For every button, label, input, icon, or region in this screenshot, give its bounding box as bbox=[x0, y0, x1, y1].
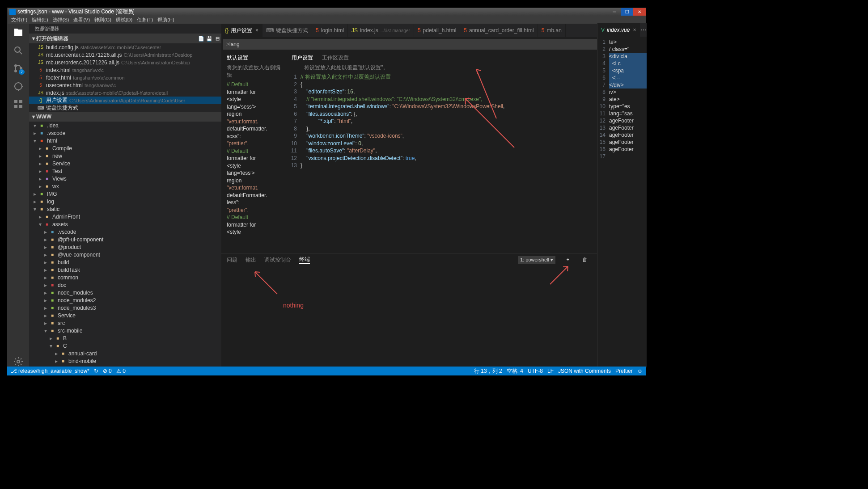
open-editor-item[interactable]: ⌨键盘快捷方式 bbox=[29, 104, 221, 112]
tree-item[interactable]: ▸■IMG bbox=[29, 190, 221, 198]
eol-indicator[interactable]: LF bbox=[547, 368, 554, 374]
close-icon[interactable]: × bbox=[255, 27, 258, 34]
panel-tab[interactable]: 调试控制台 bbox=[264, 256, 291, 264]
warnings-indicator[interactable]: ⚠ 0 bbox=[116, 368, 126, 374]
tree-item[interactable]: ▸■common bbox=[29, 274, 221, 281]
menu-item[interactable]: 文件(F) bbox=[9, 17, 29, 23]
extensions-icon[interactable] bbox=[13, 99, 24, 110]
tree-item[interactable]: ▸■AdminFront bbox=[29, 213, 221, 220]
user-settings-tab[interactable]: 用户设置 bbox=[292, 54, 313, 62]
prettier-indicator[interactable]: Prettier bbox=[615, 368, 633, 374]
open-editor-item[interactable]: 5usercenter.htmltangshan\wx\c bbox=[29, 81, 221, 89]
tree-item[interactable]: ▸■src bbox=[29, 319, 221, 327]
menu-item[interactable]: 调试(D) bbox=[114, 17, 134, 23]
open-editor-item[interactable]: JSmb.usercenter.c.20171226.all.jsC:\User… bbox=[29, 51, 221, 59]
editor-tab[interactable]: {}用户设置× bbox=[221, 24, 263, 37]
tab-index-vue[interactable]: V index.vue × bbox=[597, 23, 640, 37]
workspace-settings-tab[interactable]: 工作区设置 bbox=[322, 54, 349, 62]
feedback-icon[interactable]: ☺ bbox=[637, 368, 643, 374]
maximize-button[interactable]: ❐ bbox=[621, 8, 633, 16]
more-icon[interactable]: ⋯ bbox=[640, 27, 647, 33]
tree-item[interactable]: ▸■.vscode bbox=[29, 129, 221, 137]
tree-item[interactable]: ▾■static bbox=[29, 205, 221, 213]
tree-item[interactable]: ▸■doc bbox=[29, 281, 221, 289]
close-icon[interactable]: × bbox=[633, 27, 636, 33]
tree-item[interactable]: ▸■bind-mobile bbox=[29, 357, 221, 365]
close-all-icon[interactable]: ⊟ bbox=[213, 36, 221, 42]
editor-tab[interactable]: 5annual_card_order_fill.html bbox=[460, 24, 538, 37]
tree-item[interactable]: ▾■assets bbox=[29, 220, 221, 228]
tree-item[interactable]: ▾■.idea bbox=[29, 122, 221, 129]
folder-header[interactable]: ▾WWW bbox=[29, 112, 221, 122]
scm-icon[interactable] bbox=[13, 63, 24, 74]
terminal-selector[interactable]: 1: powershell ▾ bbox=[518, 256, 555, 264]
menu-item[interactable]: 转到(G) bbox=[93, 17, 113, 23]
settings-search-input[interactable] bbox=[229, 41, 605, 47]
tree-item[interactable]: ▸■Service bbox=[29, 160, 221, 167]
tree-item[interactable]: ▸■@vue-component bbox=[29, 251, 221, 258]
tree-item[interactable]: ▸■wx bbox=[29, 182, 221, 190]
tree-item[interactable]: ▸■.vscode bbox=[29, 228, 221, 236]
tree-item[interactable]: ▸■node_modules bbox=[29, 289, 221, 296]
tree-item[interactable]: ▸■build bbox=[29, 258, 221, 266]
right-editor-code[interactable]: 1te>2/ class="3<div cla4 <i c5 <spa6 <!-… bbox=[597, 37, 647, 160]
tree-item[interactable]: ▾■src-mobile bbox=[29, 327, 221, 334]
tree-item[interactable]: ▸■@product bbox=[29, 243, 221, 251]
menu-item[interactable]: 任务(T) bbox=[135, 17, 155, 23]
cursor-position[interactable]: 行 13，列 2 bbox=[474, 367, 502, 375]
tree-item[interactable]: ▸■new bbox=[29, 152, 221, 160]
editor-tab[interactable]: 5login.html bbox=[312, 24, 348, 37]
sync-icon[interactable]: ↻ bbox=[94, 368, 98, 374]
tree-item[interactable]: ▸■node_modules3 bbox=[29, 304, 221, 312]
branch-indicator[interactable]: ⎇ release/high_available_show* bbox=[11, 368, 89, 374]
open-editors-header[interactable]: ▾打开的编辑器 📄 💾 ⊟ bbox=[29, 34, 221, 43]
default-settings-code[interactable]: // Defaultformatter for<stylelang='scss'… bbox=[221, 81, 286, 253]
open-editor-item[interactable]: JSbuild.config.jsstatic\assets\src-mobil… bbox=[29, 43, 221, 51]
editor-tab[interactable]: 5mb.an bbox=[538, 24, 566, 37]
search-icon[interactable] bbox=[13, 45, 24, 56]
open-editor-item[interactable]: 5index.htmltangshan\wx\c bbox=[29, 66, 221, 74]
panel-tab[interactable]: 输出 bbox=[246, 256, 256, 264]
panel-action-icon[interactable]: 🗑 bbox=[580, 257, 589, 263]
tree-item[interactable]: ▸■B bbox=[29, 334, 221, 342]
minimize-button[interactable]: ─ bbox=[608, 8, 621, 16]
tree-item[interactable]: ▸■Compile bbox=[29, 144, 221, 152]
close-button[interactable]: ✕ bbox=[633, 8, 646, 16]
menu-item[interactable]: 帮助(H) bbox=[156, 17, 176, 23]
open-editor-item[interactable]: JSmb.userorder.c.20171226.all.jsC:\Users… bbox=[29, 59, 221, 66]
tree-item[interactable]: ▸■Service bbox=[29, 312, 221, 319]
indent-indicator[interactable]: 空格: 4 bbox=[507, 367, 523, 375]
open-editor-item[interactable]: {}用户设置C:\Users\Administrator\AppData\Roa… bbox=[29, 97, 221, 104]
editor-tab[interactable]: JSindex.js...\list-manager bbox=[348, 24, 414, 37]
menu-item[interactable]: 查看(V) bbox=[72, 17, 92, 23]
open-editor-item[interactable]: 5footer.htmltangshan\wx\c\common bbox=[29, 74, 221, 81]
errors-indicator[interactable]: ⊘ 0 bbox=[103, 368, 112, 374]
menu-item[interactable]: 编辑(E) bbox=[30, 17, 50, 23]
panel-action-icon[interactable]: + bbox=[563, 257, 572, 263]
default-settings-head: 默认设置 bbox=[227, 54, 248, 62]
panel-tab[interactable]: 问题 bbox=[227, 256, 237, 264]
tree-item[interactable]: ▸■node_modules2 bbox=[29, 296, 221, 304]
open-editor-item[interactable]: JSindex.jsstatic\assets\src-mobile\C\pde… bbox=[29, 89, 221, 97]
debug-icon[interactable] bbox=[13, 81, 24, 92]
tree-item[interactable]: ▸■Test bbox=[29, 167, 221, 175]
annotation-arrow bbox=[253, 270, 279, 296]
tree-item[interactable]: ▸■@pft-ui-component bbox=[29, 236, 221, 243]
tree-item[interactable]: ▾■C bbox=[29, 342, 221, 350]
panel-tab[interactable]: 终端 bbox=[299, 256, 310, 264]
tree-item[interactable]: ▸■annual-card bbox=[29, 350, 221, 357]
save-all-icon[interactable]: 💾 bbox=[205, 36, 213, 42]
tree-item[interactable]: ▸■Views bbox=[29, 175, 221, 182]
explorer-icon[interactable] bbox=[13, 27, 24, 38]
tree-item[interactable]: ▾■html bbox=[29, 137, 221, 144]
editor-tab[interactable]: ⌨键盘快捷方式 bbox=[263, 24, 312, 37]
settings-gear-icon[interactable] bbox=[13, 356, 24, 367]
settings-search[interactable]: > 找到 4 个设置 bbox=[223, 39, 644, 50]
encoding-indicator[interactable]: UTF-8 bbox=[528, 368, 543, 374]
tree-item[interactable]: ▸■buildTask bbox=[29, 266, 221, 274]
menu-item[interactable]: 选择(S) bbox=[51, 17, 71, 23]
tree-item[interactable]: ▸■log bbox=[29, 198, 221, 205]
editor-tab[interactable]: 5pdetail_h.html bbox=[414, 24, 460, 37]
language-indicator[interactable]: JSON with Comments bbox=[558, 368, 611, 374]
new-file-icon[interactable]: 📄 bbox=[197, 36, 205, 42]
